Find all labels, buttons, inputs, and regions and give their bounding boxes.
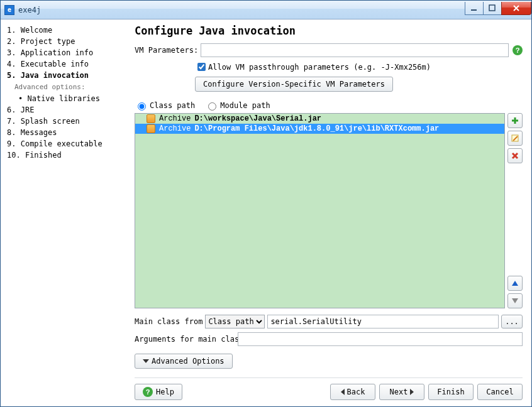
help-button[interactable]: ? Help [135,384,182,400]
main-class-from-label: Main class from [135,317,202,326]
allow-passthrough-checkbox[interactable] [197,63,206,71]
back-button[interactable]: Back [330,384,375,400]
classpath-radio[interactable]: Class path [135,100,195,111]
advanced-options-button[interactable]: Advanced Options [135,354,233,369]
arguments-label: Arguments for main class: [135,335,235,344]
close-button[interactable] [501,2,531,15]
step-welcome[interactable]: 1. Welcome [7,24,127,36]
wizard-steps-sidebar: 1. Welcome 2. Project type 3. Applicatio… [1,19,130,406]
help-icon: ? [143,387,153,397]
svg-rect-0 [471,9,477,11]
arrow-right-icon [410,389,414,395]
jar-icon [147,124,155,133]
step-native-libraries[interactable]: Native libraries [7,93,127,104]
wizard-footer: ? Help Back Next Finish Cancel [135,384,523,400]
page-title: Configure Java invocation [135,24,523,37]
window-controls [465,2,531,15]
delete-entry-button[interactable] [507,148,523,163]
app-icon: e [4,5,14,15]
next-button[interactable]: Next [379,384,424,400]
browse-main-class-button[interactable]: ... [501,315,523,328]
step-java-invocation[interactable]: 5. Java invocation [7,70,127,81]
classpath-entry[interactable]: Archive D:\Program Files\Java\jdk1.8.0_9… [135,124,504,134]
cancel-button[interactable]: Cancel [477,384,523,400]
step-jre[interactable]: 6. JRE [7,104,127,116]
finish-button[interactable]: Finish [428,384,474,400]
modulepath-radio[interactable]: Module path [205,100,270,111]
step-finished[interactable]: 10. Finished [7,149,127,161]
classpath-entry[interactable]: Archive D:\workspace\Java\Serial.jar [135,114,504,124]
arrow-down-icon [512,298,518,303]
step-project-type[interactable]: 2. Project type [7,36,127,47]
app-window: e exe4j 1. Welcome 2. Project type 3. Ap… [0,0,532,407]
vm-parameters-label: VM Parameters: [135,46,198,55]
classpath-toolbar [507,113,523,308]
arrow-left-icon [341,389,345,395]
move-up-button[interactable] [507,276,523,291]
configure-version-specific-button[interactable]: Configure Version-Specific VM Parameters [195,77,393,92]
jar-icon [147,114,155,123]
vm-parameters-input[interactable] [201,43,509,57]
add-entry-button[interactable] [507,113,523,128]
divider [135,377,523,379]
window-title: exe4j [18,6,41,14]
step-compile-executable[interactable]: 9. Compile executable [7,138,127,149]
main-class-from-select[interactable]: Class path [205,315,265,328]
edit-entry-button[interactable] [507,131,523,146]
move-down-button[interactable] [507,293,523,308]
help-icon[interactable]: ? [513,45,523,55]
main-class-input[interactable] [267,315,499,328]
advanced-options-label: Advanced options: [7,81,127,93]
chevron-down-icon [143,359,149,363]
arrow-up-icon [512,281,518,286]
step-application-info[interactable]: 3. Application info [7,47,127,58]
allow-passthrough-label: Allow VM passthrough parameters (e.g. -J… [208,63,431,72]
step-messages[interactable]: 8. Messages [7,127,127,138]
step-splash-screen[interactable]: 7. Splash screen [7,116,127,127]
maximize-button[interactable] [483,2,502,15]
titlebar: e exe4j [1,1,531,19]
arguments-input[interactable] [238,332,523,346]
minimize-button[interactable] [465,2,484,15]
step-executable-info[interactable]: 4. Executable info [7,58,127,70]
classpath-list[interactable]: Archive D:\workspace\Java\Serial.jar Arc… [135,113,505,308]
main-panel: Configure Java invocation VM Parameters:… [130,19,531,406]
svg-rect-1 [489,5,495,11]
